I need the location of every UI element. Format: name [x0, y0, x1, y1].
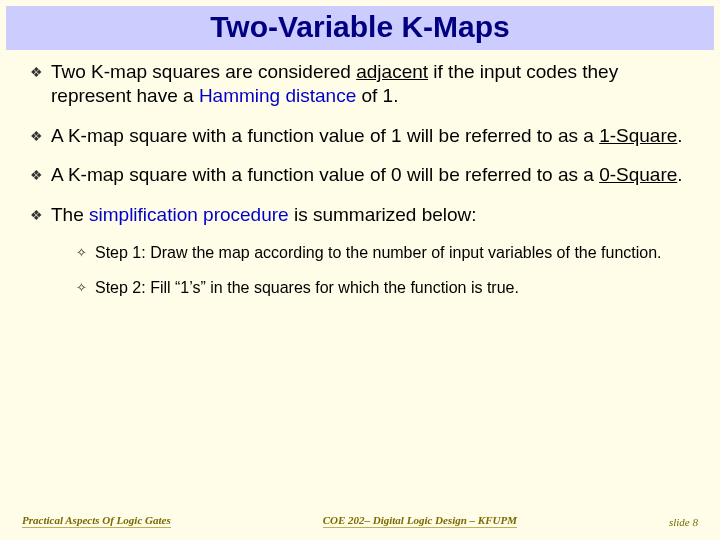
text-fragment: A K-map square with a function value of …	[51, 125, 599, 146]
highlighted-term: simplification procedure	[89, 204, 289, 225]
underlined-term: 1-Square	[599, 125, 677, 146]
bullet-1: ❖ Two K-map squares are considered adjac…	[30, 60, 690, 108]
text-fragment: of 1.	[356, 85, 398, 106]
bullet-1-text: Two K-map squares are considered adjacen…	[51, 60, 690, 108]
diamond-bullet-icon: ❖	[30, 167, 43, 185]
text-fragment: is summarized below:	[289, 204, 477, 225]
diamond-bullet-icon: ❖	[30, 64, 43, 82]
text-fragment: .	[677, 164, 682, 185]
slide-title: Two-Variable K-Maps	[210, 10, 510, 43]
slide-content: ❖ Two K-map squares are considered adjac…	[0, 50, 720, 298]
footer-left: Practical Aspects Of Logic Gates	[22, 514, 171, 528]
bullet-3-text: A K-map square with a function value of …	[51, 163, 690, 187]
text-fragment: A K-map square with a function value of …	[51, 164, 599, 185]
title-bar: Two-Variable K-Maps	[6, 6, 714, 50]
text-fragment: The	[51, 204, 89, 225]
bullet-4: ❖ The simplification procedure is summar…	[30, 203, 690, 227]
bullet-3: ❖ A K-map square with a function value o…	[30, 163, 690, 187]
slide-footer: Practical Aspects Of Logic Gates COE 202…	[0, 514, 720, 528]
text-fragment: .	[677, 125, 682, 146]
step-1-text: Step 1: Draw the map according to the nu…	[95, 243, 662, 264]
step-2: ✧ Step 2: Fill “1’s” in the squares for …	[76, 278, 690, 299]
bullet-2: ❖ A K-map square with a function value o…	[30, 124, 690, 148]
footer-center: COE 202– Digital Logic Design – KFUPM	[323, 514, 517, 528]
step-1: ✧ Step 1: Draw the map according to the …	[76, 243, 690, 264]
step-list: ✧ Step 1: Draw the map according to the …	[30, 243, 690, 299]
underlined-term: adjacent	[356, 61, 428, 82]
cross-bullet-icon: ✧	[76, 245, 87, 262]
underlined-term: 0-Square	[599, 164, 677, 185]
cross-bullet-icon: ✧	[76, 280, 87, 297]
text-fragment: Two K-map squares are considered	[51, 61, 356, 82]
bullet-2-text: A K-map square with a function value of …	[51, 124, 690, 148]
bullet-4-text: The simplification procedure is summariz…	[51, 203, 690, 227]
highlighted-term: Hamming distance	[199, 85, 356, 106]
footer-right: slide 8	[669, 516, 698, 528]
step-2-text: Step 2: Fill “1’s” in the squares for wh…	[95, 278, 519, 299]
diamond-bullet-icon: ❖	[30, 128, 43, 146]
diamond-bullet-icon: ❖	[30, 207, 43, 225]
